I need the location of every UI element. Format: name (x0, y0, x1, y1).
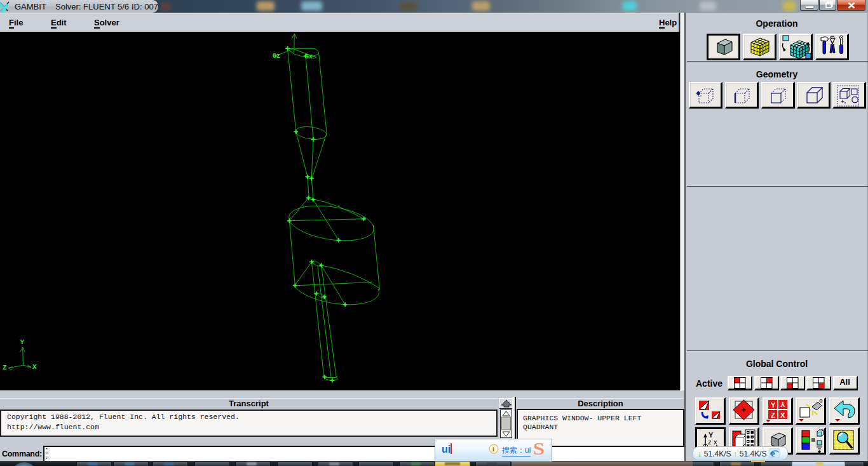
svg-text:Y: Y (780, 401, 785, 408)
svg-text:i: i (492, 445, 494, 453)
svg-text:z: z (708, 438, 712, 446)
svg-text:Gx: Gx (305, 53, 313, 60)
svg-text:Y: Y (20, 338, 25, 346)
svg-text:Gz: Gz (273, 53, 280, 60)
svg-text:X: X (780, 411, 785, 419)
svg-text:Z: Z (771, 411, 775, 419)
svg-text:Z: Z (3, 364, 7, 371)
svg-text:e: e (771, 448, 775, 458)
svg-text:x: x (714, 438, 717, 446)
svg-text:X: X (32, 363, 37, 371)
svg-text:Y: Y (771, 401, 776, 409)
